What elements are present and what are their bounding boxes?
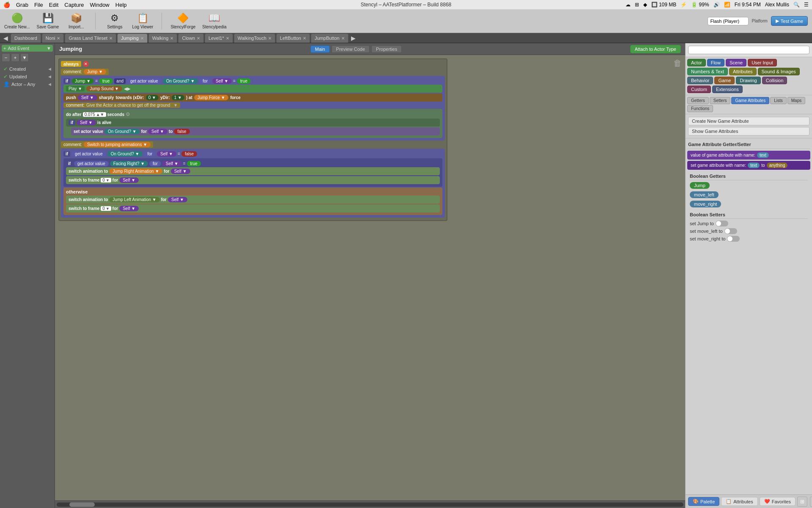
- scrollbar-track[interactable]: [57, 502, 683, 507]
- jump-getter-block[interactable]: Jump: [690, 182, 710, 189]
- comment-switch-pill[interactable]: Switch to jumping animations ▼: [84, 142, 151, 147]
- horizontal-scrollbar[interactable]: [55, 500, 685, 508]
- sidebar-item-actor[interactable]: 👤 Actor – Any ◀: [2, 80, 53, 88]
- comment-actor-block[interactable]: comment: Give the Actor a chance to get …: [63, 102, 180, 108]
- tab-preview-code[interactable]: Preview Code: [332, 45, 370, 53]
- facing-true-pill[interactable]: true: [187, 161, 201, 166]
- behavior-canvas[interactable]: 🗑 always ✕ comment: Jump ▼ if: [55, 55, 685, 500]
- collapse-button[interactable]: −: [2, 53, 10, 62]
- on-ground-pill[interactable]: On Ground? ▼: [163, 78, 198, 84]
- close-level1-icon[interactable]: ✕: [226, 36, 229, 41]
- tab-walking[interactable]: Walking✕: [148, 33, 178, 43]
- trash-icon[interactable]: 🗑: [673, 58, 682, 68]
- favorites-tab[interactable]: ❤️ Favorites: [760, 497, 796, 506]
- set-jump-toggle[interactable]: [716, 221, 728, 226]
- controls-icon[interactable]: ☰: [804, 2, 809, 8]
- move-left-getter-block[interactable]: move_left: [690, 191, 719, 198]
- import-button[interactable]: 📦 Import...: [66, 13, 87, 29]
- subtab-game-attributes[interactable]: Game Attributes: [731, 97, 769, 104]
- stencylpedia-button[interactable]: 📖 Stencylpedia: [202, 13, 226, 29]
- platform-select[interactable]: Flash (Player): [708, 17, 749, 25]
- tab-main[interactable]: Main: [310, 45, 330, 53]
- sidebar-item-created[interactable]: ✔ Created ◀: [2, 65, 53, 73]
- frame-left-stepper[interactable]: ▼: [106, 207, 110, 211]
- self-2-pill[interactable]: Self ▼: [157, 151, 176, 157]
- search-icon[interactable]: 🔍: [793, 2, 800, 8]
- tab-clown[interactable]: Clown✕: [178, 33, 204, 43]
- jump-true-pill[interactable]: true: [99, 78, 113, 84]
- more-options-button[interactable]: ▼: [20, 53, 29, 62]
- cat-extensions[interactable]: Extensions: [712, 86, 743, 93]
- cat-collision[interactable]: Collision: [762, 77, 787, 84]
- cat-custom[interactable]: Custom: [687, 86, 711, 93]
- menu-capture[interactable]: Capture: [64, 2, 84, 8]
- tab-grassland[interactable]: Grass Land Tileset✕: [65, 33, 116, 43]
- false-2-pill[interactable]: false: [181, 151, 197, 157]
- close-walking-icon[interactable]: ✕: [170, 36, 173, 41]
- bottom-icon-2[interactable]: ⊡: [810, 497, 812, 507]
- menu-help[interactable]: Help: [115, 2, 127, 8]
- settings-button[interactable]: ⚙ Settings: [104, 13, 125, 29]
- self-5-pill[interactable]: Self ▼: [119, 177, 139, 183]
- close-noni-icon[interactable]: ✕: [57, 36, 60, 41]
- close-leftbutton-icon[interactable]: ✕: [303, 36, 306, 41]
- cat-scene[interactable]: Scene: [726, 59, 746, 66]
- create-game-attribute-button[interactable]: Create New Game Attribute: [688, 117, 809, 125]
- palette-tab[interactable]: 🎨 Palette: [688, 497, 719, 506]
- tab-nav-left[interactable]: ◀: [2, 35, 10, 41]
- self-3-pill[interactable]: Self ▼: [162, 161, 182, 166]
- game-attr-getter-block[interactable]: value of game attribute with name: text: [687, 151, 810, 160]
- cat-flow[interactable]: Flow: [707, 59, 724, 66]
- scrollbar-thumb[interactable]: [69, 502, 95, 507]
- save-game-button[interactable]: 💾 Save Game: [37, 13, 59, 29]
- close-grassland-icon[interactable]: ✕: [109, 36, 112, 41]
- cat-actor[interactable]: Actor: [687, 59, 706, 66]
- tab-walkingtouch[interactable]: WalkingTouch✕: [234, 33, 275, 43]
- comment-jump-pill[interactable]: Jump ▼: [84, 69, 106, 75]
- cat-sound-images[interactable]: Sound & Images: [758, 68, 800, 75]
- ground-true-pill[interactable]: true: [237, 78, 251, 84]
- on-ground-set-pill[interactable]: On Ground? ▼: [104, 129, 140, 134]
- stencylforge-button[interactable]: 🔶 StencylForge: [170, 13, 195, 29]
- do-after-settings-icon[interactable]: ⚙: [126, 111, 130, 117]
- menu-edit[interactable]: Edit: [49, 2, 58, 8]
- test-game-button[interactable]: ▶ Test Game: [771, 16, 808, 26]
- facing-right-pill[interactable]: Facing Right? ▼: [110, 161, 148, 166]
- push-self-pill[interactable]: Self ▼: [78, 95, 97, 100]
- cat-user-input[interactable]: User Input: [748, 59, 777, 66]
- jump-left-anim-pill[interactable]: Jump Left Animation ▼: [109, 197, 159, 202]
- create-new-button[interactable]: 🟢 Create New...: [4, 13, 30, 29]
- subtab-getters[interactable]: Getters: [687, 97, 709, 104]
- cat-behavior[interactable]: Behavior: [687, 77, 713, 84]
- close-always-icon[interactable]: ✕: [83, 61, 89, 67]
- self-alive-pill[interactable]: Self ▼: [77, 120, 96, 125]
- frame-right-stepper[interactable]: ▼: [106, 178, 110, 182]
- attach-to-actor-button[interactable]: Attach to Actor Type: [630, 45, 681, 53]
- set-move-left-toggle[interactable]: [724, 228, 737, 234]
- game-attr-setter-block[interactable]: set game attribute with name: text to an…: [687, 161, 810, 170]
- cat-drawing[interactable]: Drawing: [736, 77, 760, 84]
- tab-jumpbutton[interactable]: JumpButton✕: [311, 33, 348, 43]
- tab-level1[interactable]: Level1*✕: [205, 33, 233, 43]
- expand-button[interactable]: +: [11, 53, 19, 62]
- play-badge[interactable]: Play ▼: [66, 86, 85, 91]
- sidebar-item-updated[interactable]: ✔ Updated ◀: [2, 73, 53, 80]
- play-sound-extra[interactable]: ◀▶: [124, 86, 131, 91]
- cat-attributes[interactable]: Attributes: [729, 68, 756, 75]
- tab-jumping[interactable]: Jumping✕: [117, 33, 148, 43]
- subtab-setters[interactable]: Setters: [710, 97, 731, 104]
- cat-numbers-text[interactable]: Numbers & Text: [687, 68, 728, 75]
- comment-jump-block[interactable]: comment: Jump ▼: [61, 69, 109, 75]
- add-event-button[interactable]: + Add Event ▼: [2, 45, 53, 52]
- move-right-getter-block[interactable]: move_right: [690, 201, 721, 207]
- subtab-lists[interactable]: Lists: [770, 97, 787, 104]
- seconds-stepper[interactable]: ▲▼: [96, 112, 104, 117]
- subtab-functions[interactable]: Functions: [687, 105, 713, 112]
- self-set-pill[interactable]: Self ▼: [148, 129, 167, 134]
- attributes-tab[interactable]: 📋 Attributes: [721, 497, 757, 506]
- jump-actor-pill[interactable]: Jump ▼: [71, 78, 94, 84]
- xdir-pill[interactable]: 0 ▼: [146, 95, 159, 100]
- cat-game[interactable]: Game: [714, 77, 735, 84]
- set-move-right-toggle[interactable]: [727, 236, 740, 242]
- tab-noni[interactable]: Noni✕: [42, 33, 64, 43]
